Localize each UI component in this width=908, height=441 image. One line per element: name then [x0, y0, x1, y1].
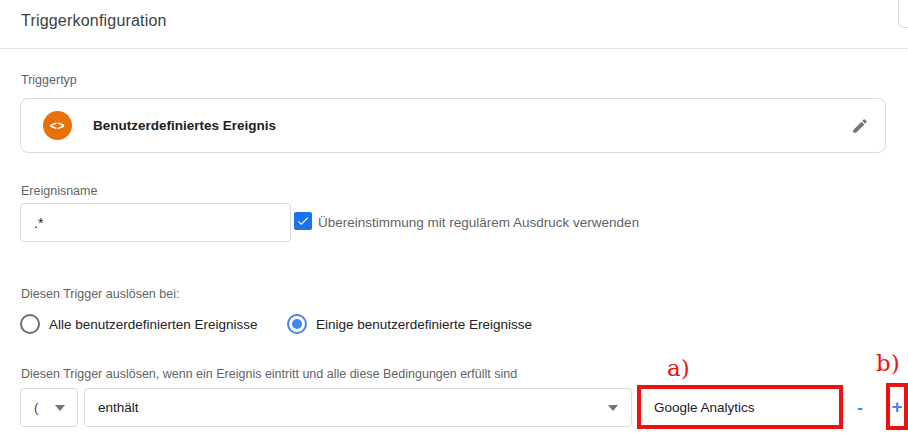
annotation-label-a: a) — [667, 357, 690, 380]
radio-some-custom-events-label: Einige benutzerdefinierte Ereignisse — [316, 317, 532, 332]
radio-all-custom-events-label: Alle benutzerdefinierten Ereignisse — [49, 317, 258, 332]
annotation-box-b: + — [886, 383, 908, 430]
trigger-type-card[interactable]: <> Benutzerdefiniertes Ereignis — [20, 98, 886, 153]
checkmark-icon — [296, 214, 310, 228]
regex-checkbox-label: Übereinstimmung mit regulärem Ausdruck v… — [318, 215, 639, 230]
condition-operator-select[interactable]: enthält — [84, 388, 632, 427]
condition-value-input[interactable] — [641, 389, 839, 425]
annotation-box-a — [637, 385, 843, 429]
plus-icon: + — [891, 396, 902, 417]
radio-some-custom-events[interactable] — [287, 314, 307, 334]
condition-variable-value: ( — [34, 400, 38, 415]
remove-condition-button[interactable]: - — [848, 388, 872, 427]
event-name-label: Ereignisname — [21, 184, 97, 198]
condition-operator-value: enthält — [98, 400, 139, 415]
event-name-input[interactable] — [20, 203, 291, 242]
page-title: Triggerkonfiguration — [21, 12, 167, 30]
edit-trigger-type-button[interactable] — [847, 113, 873, 139]
radio-all-custom-events[interactable] — [20, 314, 40, 334]
minus-icon: - — [857, 398, 863, 418]
add-condition-button[interactable]: + — [891, 397, 902, 416]
annotation-label-b: b) — [876, 352, 900, 375]
conditions-label: Diesen Trigger auslösen, wenn ein Ereign… — [21, 367, 517, 381]
condition-variable-select[interactable]: ( — [20, 388, 78, 427]
custom-event-icon-glyph: <> — [50, 119, 65, 133]
trigger-type-value: Benutzerdefiniertes Ereignis — [93, 118, 276, 133]
overlay-panel-corner — [898, 0, 908, 28]
header-divider — [0, 48, 908, 49]
chevron-down-icon — [608, 405, 618, 411]
regex-checkbox[interactable] — [294, 212, 312, 230]
chevron-down-icon — [55, 405, 65, 411]
trigger-configuration-panel: Triggerkonfiguration Triggertyp <> Benut… — [0, 0, 908, 441]
trigger-type-label: Triggertyp — [21, 73, 77, 87]
fire-on-label: Diesen Trigger auslösen bei: — [21, 287, 179, 301]
custom-event-icon: <> — [43, 111, 72, 140]
radio-selected-dot — [292, 319, 302, 329]
pencil-icon — [851, 117, 869, 135]
